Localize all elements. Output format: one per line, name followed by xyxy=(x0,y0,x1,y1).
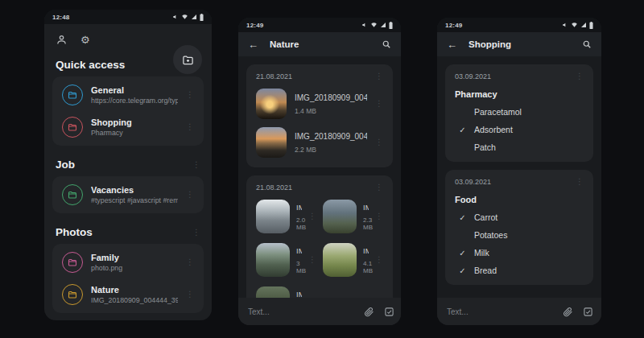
file-name: IMG_20180909_004636_57... xyxy=(295,132,367,141)
file-name: IMG_... xyxy=(296,203,302,212)
thumbnail-bridge xyxy=(256,200,290,233)
phone-shopping: 12:49 ← Shopping 03.09.2021 ⋮ Pharmacy xyxy=(437,18,601,325)
folder-subtitle: photo.png xyxy=(91,264,178,272)
job-card: Vacancies #typescript #javascript #remot… xyxy=(52,176,204,213)
home-toolbar: ⚙ xyxy=(44,24,212,46)
check-icon: ✓ xyxy=(457,249,468,258)
text-input[interactable] xyxy=(447,307,553,316)
create-folder-icon xyxy=(182,54,194,66)
create-folder-button[interactable] xyxy=(173,45,202,74)
person-icon[interactable] xyxy=(56,34,68,46)
wifi-icon xyxy=(370,22,378,28)
status-time: 12:49 xyxy=(246,22,263,29)
vertical-ellipsis-icon[interactable]: ⋮ xyxy=(576,72,584,80)
folder-icon xyxy=(62,84,83,105)
note-card-food: 03.09.2021 ⋮ Food ✓ Carrot Potatoes ✓ Mi… xyxy=(445,170,593,285)
file-cell[interactable]: IMG_... 4.1 MB ⋮ xyxy=(323,243,383,277)
checklist-label: Paracetamol xyxy=(474,107,522,117)
vertical-ellipsis-icon[interactable]: ⋮ xyxy=(308,212,316,221)
quick-access-card: General https://core.telegram.org/type/W… xyxy=(52,76,204,146)
vertical-ellipsis-icon[interactable]: ⋮ xyxy=(576,178,584,186)
checked-square-icon[interactable] xyxy=(384,307,394,317)
vertical-ellipsis-icon[interactable]: ⋮ xyxy=(186,258,194,266)
checklist-item[interactable]: Paracetamol xyxy=(455,107,584,117)
vertical-ellipsis-icon[interactable]: ⋮ xyxy=(375,212,383,221)
file-size: 4.1 MB xyxy=(363,260,369,274)
vertical-ellipsis-icon[interactable]: ⋮ xyxy=(375,72,383,80)
paperclip-icon[interactable] xyxy=(563,307,573,317)
vertical-ellipsis-icon[interactable]: ⋮ xyxy=(186,123,194,131)
vertical-ellipsis-icon[interactable]: ⋮ xyxy=(186,291,194,299)
vertical-ellipsis-icon[interactable]: ⋮ xyxy=(375,138,383,146)
section-title: Job xyxy=(56,159,75,171)
vertical-ellipsis-icon[interactable]: ⋮ xyxy=(375,100,383,108)
checked-square-icon[interactable] xyxy=(583,307,593,317)
back-icon[interactable]: ← xyxy=(248,39,258,51)
photos-card: Family photo.png ⋮ Nature IMG_20180909_0… xyxy=(52,244,204,313)
file-cell[interactable]: IMG_... 3 MB ⋮ xyxy=(256,243,316,277)
file-size: 2.2 MB xyxy=(295,146,367,154)
nature-content: 21.08.2021 ⋮ IMG_20180909_004444_39... 1… xyxy=(238,56,401,325)
folder-icon xyxy=(62,117,83,138)
folder-row-shopping[interactable]: Shopping Pharmacy ⋮ xyxy=(52,111,204,143)
vertical-ellipsis-icon[interactable]: ⋮ xyxy=(375,183,383,192)
checklist-item[interactable]: Patch xyxy=(455,142,584,152)
file-cell[interactable]: IMG_... 2.0 MB ⋮ xyxy=(256,200,316,233)
page-title: Nature xyxy=(270,39,299,49)
cell-signal-icon xyxy=(380,22,386,28)
folder-row-family[interactable]: Family photo.png ⋮ xyxy=(52,246,204,278)
file-row[interactable]: IMG_20180909_004444_39... 1.4 MB ⋮ xyxy=(256,89,383,119)
section-title: Quick access xyxy=(56,59,125,71)
vertical-ellipsis-icon[interactable]: ⋮ xyxy=(186,191,194,199)
folder-name: Shopping xyxy=(91,117,178,127)
file-name: IMG_... xyxy=(363,246,369,255)
checklist-item[interactable]: Potatoes xyxy=(455,230,584,240)
search-icon[interactable] xyxy=(582,39,592,49)
folder-subtitle: Pharmacy xyxy=(91,129,178,137)
checklist-item[interactable]: ✓ Carrot xyxy=(455,212,584,222)
checklist-label: Bread xyxy=(474,266,497,275)
checklist-label: Adsorbent xyxy=(474,125,513,134)
check-icon: ✓ xyxy=(457,266,468,275)
file-cell[interactable]: IMG_... 2.3 MB ⋮ xyxy=(323,200,383,233)
back-icon[interactable]: ← xyxy=(447,39,457,51)
app-bar: ← Nature xyxy=(238,32,401,56)
file-name: IMG_20180909_004444_39... xyxy=(295,93,367,102)
status-time: 12:49 xyxy=(445,22,462,29)
thumbnail-meadow xyxy=(323,243,357,277)
battery-icon xyxy=(589,22,593,29)
status-icons xyxy=(361,22,393,29)
checklist-item[interactable]: ✓ Milk xyxy=(455,248,584,258)
thumbnail-boat-lake xyxy=(323,200,357,233)
vertical-ellipsis-icon[interactable]: ⋮ xyxy=(308,256,316,264)
folder-icon xyxy=(62,284,83,305)
file-name: IMG_... xyxy=(296,290,302,299)
vertical-ellipsis-icon[interactable]: ⋮ xyxy=(186,91,194,99)
status-icons xyxy=(172,14,204,21)
search-icon[interactable] xyxy=(382,39,391,49)
folder-row-vacancies[interactable]: Vacancies #typescript #javascript #remot… xyxy=(52,179,204,211)
file-size: 2.0 MB xyxy=(296,216,302,231)
folder-subtitle: IMG_20180909_004444_391.jpg xyxy=(91,296,178,304)
status-bar: 12:48 xyxy=(44,10,212,24)
wifi-icon xyxy=(571,22,578,28)
checklist-item[interactable]: ✓ Adsorbent xyxy=(455,125,584,134)
paperclip-icon[interactable] xyxy=(364,307,374,317)
folder-icon xyxy=(62,184,83,205)
vertical-ellipsis-icon[interactable]: ⋮ xyxy=(192,229,200,237)
phone-home: 12:48 ⚙ Quick access ⋮ General xyxy=(44,10,212,320)
folder-row-nature[interactable]: Nature IMG_20180909_004444_391.jpg ⋮ xyxy=(52,278,204,311)
vertical-ellipsis-icon[interactable]: ⋮ xyxy=(375,256,383,264)
folder-subtitle: https://core.telegram.org/type/WebP... xyxy=(91,97,178,105)
backdrop: 12:48 ⚙ Quick access ⋮ General xyxy=(0,0,644,338)
sound-icon xyxy=(361,22,368,28)
page-title: Shopping xyxy=(469,39,511,49)
folder-row-general[interactable]: General https://core.telegram.org/type/W… xyxy=(52,79,204,111)
checklist-item[interactable]: ✓ Bread xyxy=(455,266,584,275)
gear-icon[interactable]: ⚙ xyxy=(80,35,90,45)
file-row[interactable]: IMG_20180909_004636_57... 2.2 MB ⋮ xyxy=(256,127,383,158)
thumbnail-sunset-sky xyxy=(256,89,287,119)
message-input-bar xyxy=(238,298,401,325)
text-input[interactable] xyxy=(248,307,354,316)
vertical-ellipsis-icon[interactable]: ⋮ xyxy=(192,161,200,169)
